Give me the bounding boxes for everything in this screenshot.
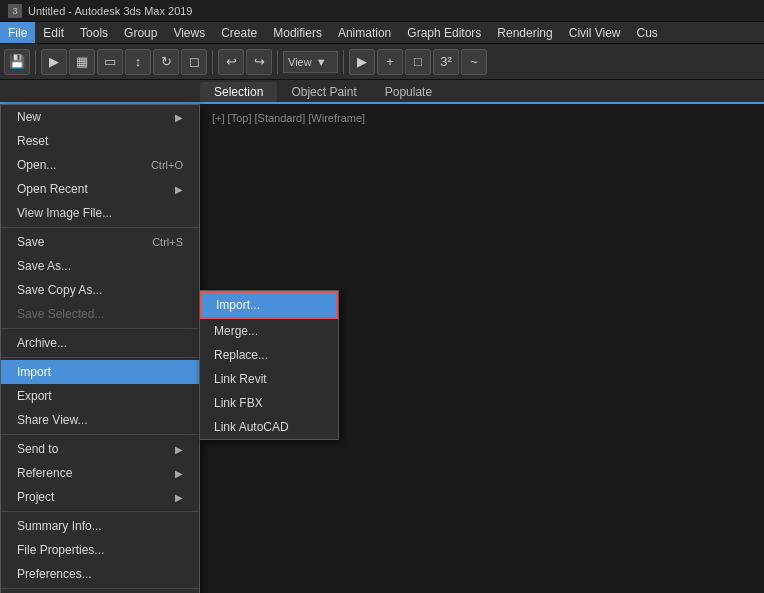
viewport-label: [+] [Top] [Standard] [Wireframe] — [204, 108, 373, 128]
menu-item-archive[interactable]: Archive... — [1, 331, 199, 355]
menu-bar: File Edit Tools Group Views Create Modif… — [0, 22, 764, 44]
save-shortcut: Ctrl+S — [152, 236, 183, 248]
sep-1 — [1, 227, 199, 228]
sep-3 — [1, 357, 199, 358]
project-arrow: ▶ — [175, 492, 183, 503]
reference-arrow: ▶ — [175, 468, 183, 479]
toolbar-rotate-btn[interactable]: ↻ — [153, 49, 179, 75]
submenu-replace[interactable]: Replace... — [200, 343, 338, 367]
tab-selection[interactable]: Selection — [200, 82, 277, 102]
toolbar-move-btn[interactable]: ↕ — [125, 49, 151, 75]
toolbar-btn-e[interactable]: ~ — [461, 49, 487, 75]
menu-item-reference[interactable]: Reference ▶ — [1, 461, 199, 485]
menu-item-preferences[interactable]: Preferences... — [1, 562, 199, 586]
sep-2 — [1, 328, 199, 329]
toolbar-select-btn[interactable]: ▶ — [41, 49, 67, 75]
menu-item-project[interactable]: Project ▶ — [1, 485, 199, 509]
toolbar-undo-btn[interactable]: ↩ — [218, 49, 244, 75]
ribbon-tabs: Selection Object Paint Populate — [0, 80, 764, 104]
menu-item-send-to[interactable]: Send to ▶ — [1, 437, 199, 461]
main-area: Customize ✕ ▿ 🔒 ⛭ ▲ Frozen ♭ New ▶ Reset… — [0, 104, 764, 593]
toolbar-sep-3 — [277, 50, 278, 74]
toolbar-btn-a[interactable]: ▶ — [349, 49, 375, 75]
menu-item-open[interactable]: Open... Ctrl+O — [1, 153, 199, 177]
menu-views[interactable]: Views — [165, 22, 213, 43]
menu-edit[interactable]: Edit — [35, 22, 72, 43]
menu-item-save-selected[interactable]: Save Selected... — [1, 302, 199, 326]
toolbar-btn-c[interactable]: □ — [405, 49, 431, 75]
submenu-link-fbx[interactable]: Link FBX — [200, 391, 338, 415]
submenu-link-revit[interactable]: Link Revit — [200, 367, 338, 391]
window-title: Untitled - Autodesk 3ds Max 2019 — [28, 5, 192, 17]
menu-item-save-copy[interactable]: Save Copy As... — [1, 278, 199, 302]
menu-item-save[interactable]: Save Ctrl+S — [1, 230, 199, 254]
menu-graph-editors[interactable]: Graph Editors — [399, 22, 489, 43]
menu-modifiers[interactable]: Modifiers — [265, 22, 330, 43]
submenu-link-autocad[interactable]: Link AutoCAD — [200, 415, 338, 439]
toolbar: 💾 ▶ ▦ ▭ ↕ ↻ ◻ ↩ ↪ View ▼ ▶ + □ 3² ~ — [0, 44, 764, 80]
title-bar: 3 Untitled - Autodesk 3ds Max 2019 — [0, 0, 764, 22]
app-icon: 3 — [8, 4, 22, 18]
toolbar-redo-btn[interactable]: ↪ — [246, 49, 272, 75]
toolbar-btn-1[interactable]: 💾 — [4, 49, 30, 75]
open-shortcut: Ctrl+O — [151, 159, 183, 171]
menu-item-export[interactable]: Export — [1, 384, 199, 408]
new-arrow: ▶ — [175, 112, 183, 123]
submenu-merge[interactable]: Merge... — [200, 319, 338, 343]
open-recent-arrow: ▶ — [175, 184, 183, 195]
menu-item-file-props[interactable]: File Properties... — [1, 538, 199, 562]
menu-item-summary[interactable]: Summary Info... — [1, 514, 199, 538]
menu-item-new[interactable]: New ▶ — [1, 105, 199, 129]
view-dropdown[interactable]: View ▼ — [283, 51, 338, 73]
menu-item-reset[interactable]: Reset — [1, 129, 199, 153]
toolbar-sep-1 — [35, 50, 36, 74]
menu-animation[interactable]: Animation — [330, 22, 399, 43]
left-panel: Customize ✕ ▿ 🔒 ⛭ ▲ Frozen ♭ New ▶ Reset… — [0, 104, 200, 593]
menu-item-share-view[interactable]: Share View... — [1, 408, 199, 432]
menu-create[interactable]: Create — [213, 22, 265, 43]
sep-5 — [1, 511, 199, 512]
menu-item-import[interactable]: Import — [1, 360, 199, 384]
sep-6 — [1, 588, 199, 589]
toolbar-rect-btn[interactable]: ▭ — [97, 49, 123, 75]
tab-populate[interactable]: Populate — [371, 82, 446, 102]
menu-cus[interactable]: Cus — [629, 22, 666, 43]
toolbar-btn-b[interactable]: + — [377, 49, 403, 75]
toolbar-sep-4 — [343, 50, 344, 74]
menu-item-view-image[interactable]: View Image File... — [1, 201, 199, 225]
view-dropdown-arrow: ▼ — [316, 56, 327, 68]
import-submenu: Import... Merge... Replace... Link Revit… — [199, 290, 339, 440]
tab-object-paint[interactable]: Object Paint — [277, 82, 370, 102]
menu-group[interactable]: Group — [116, 22, 165, 43]
toolbar-btn-d[interactable]: 3² — [433, 49, 459, 75]
submenu-import[interactable]: Import... — [200, 291, 338, 319]
menu-civil-view[interactable]: Civil View — [561, 22, 629, 43]
menu-item-open-recent[interactable]: Open Recent ▶ — [1, 177, 199, 201]
toolbar-sep-2 — [212, 50, 213, 74]
menu-file[interactable]: File — [0, 22, 35, 43]
toolbar-lasso-btn[interactable]: ▦ — [69, 49, 95, 75]
toolbar-scale-btn[interactable]: ◻ — [181, 49, 207, 75]
menu-item-save-as[interactable]: Save As... — [1, 254, 199, 278]
sep-4 — [1, 434, 199, 435]
view-label: View — [288, 56, 312, 68]
menu-tools[interactable]: Tools — [72, 22, 116, 43]
send-to-arrow: ▶ — [175, 444, 183, 455]
menu-rendering[interactable]: Rendering — [489, 22, 560, 43]
file-dropdown-menu: New ▶ Reset Open... Ctrl+O Open Recent ▶… — [0, 104, 200, 593]
